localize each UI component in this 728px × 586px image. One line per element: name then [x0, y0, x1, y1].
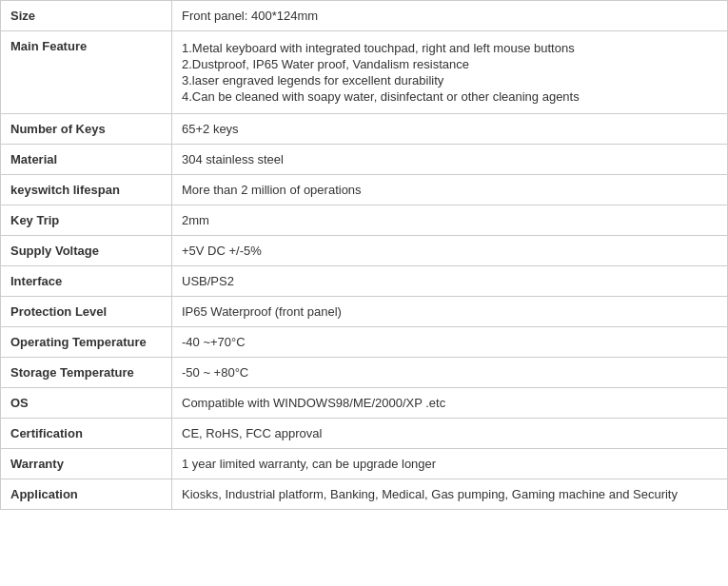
- row-label: Main Feature: [1, 31, 172, 114]
- row-label: Material: [1, 145, 172, 175]
- row-label: Interface: [1, 266, 172, 297]
- row-value: -50 ~ +80°C: [172, 358, 728, 388]
- row-value: Compatible with WINDOWS98/ME/2000/XP .et…: [172, 388, 728, 419]
- row-label: keyswitch lifespan: [1, 175, 172, 205]
- list-item: 2.Dustproof, IP65 Water proof, Vandalism…: [182, 57, 718, 71]
- table-row: InterfaceUSB/PS2: [1, 266, 728, 297]
- table-row: ApplicationKiosks, Industrial platform, …: [1, 479, 728, 510]
- row-label: Storage Temperature: [1, 358, 172, 388]
- row-label: Warranty: [1, 449, 172, 479]
- row-label: Application: [1, 479, 172, 510]
- row-label: Number of Keys: [1, 114, 172, 145]
- table-row: Operating Temperature-40 ~+70°C: [1, 327, 728, 358]
- table-row: keyswitch lifespanMore than 2 million of…: [1, 175, 728, 205]
- table-row: Main Feature1.Metal keyboard with integr…: [1, 31, 728, 114]
- row-value: 65+2 keys: [172, 114, 728, 145]
- row-value: 1 year limited warranty, can be upgrade …: [172, 449, 728, 479]
- table-row: Storage Temperature-50 ~ +80°C: [1, 358, 728, 388]
- table-row: SizeFront panel: 400*124mm: [1, 1, 728, 31]
- row-value: More than 2 million of operations: [172, 175, 728, 205]
- table-row: OSCompatible with WINDOWS98/ME/2000/XP .…: [1, 388, 728, 419]
- row-value: Kiosks, Industrial platform, Banking, Me…: [172, 479, 728, 510]
- row-label: Size: [1, 1, 172, 31]
- table-row: Key Trip2mm: [1, 205, 728, 236]
- table-row: Number of Keys65+2 keys: [1, 114, 728, 145]
- row-value: IP65 Waterproof (front panel): [172, 297, 728, 327]
- row-value: -40 ~+70°C: [172, 327, 728, 358]
- table-row: Warranty1 year limited warranty, can be …: [1, 449, 728, 479]
- row-label: Operating Temperature: [1, 327, 172, 358]
- list-item: 3.laser engraved legends for excellent d…: [182, 73, 718, 88]
- table-row: CertificationCE, RoHS, FCC approval: [1, 419, 728, 449]
- row-value: USB/PS2: [172, 266, 728, 297]
- row-value: +5V DC +/-5%: [172, 236, 728, 266]
- row-value: 2mm: [172, 205, 728, 236]
- specs-table: SizeFront panel: 400*124mmMain Feature1.…: [0, 0, 728, 510]
- row-label: Protection Level: [1, 297, 172, 327]
- row-value: Front panel: 400*124mm: [172, 1, 728, 31]
- row-value: CE, RoHS, FCC approval: [172, 419, 728, 449]
- list-item: 1.Metal keyboard with integrated touchpa…: [182, 41, 718, 55]
- table-row: Supply Voltage+5V DC +/-5%: [1, 236, 728, 266]
- row-label: OS: [1, 388, 172, 419]
- row-value: 304 stainless steel: [172, 145, 728, 175]
- table-row: Material304 stainless steel: [1, 145, 728, 175]
- row-label: Key Trip: [1, 205, 172, 236]
- row-value: 1.Metal keyboard with integrated touchpa…: [172, 31, 728, 114]
- row-label: Certification: [1, 419, 172, 449]
- table-row: Protection LevelIP65 Waterproof (front p…: [1, 297, 728, 327]
- row-label: Supply Voltage: [1, 236, 172, 266]
- list-item: 4.Can be cleaned with soapy water, disin…: [182, 89, 718, 104]
